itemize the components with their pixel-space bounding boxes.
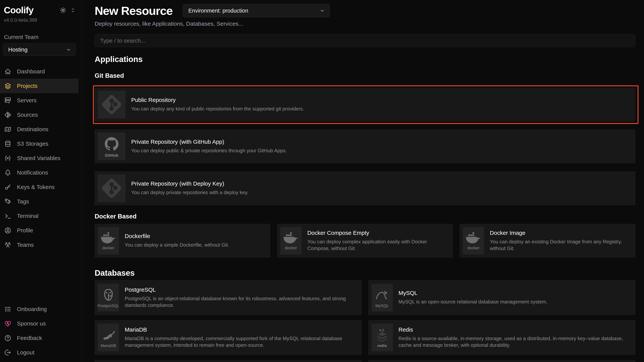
- card-title: PostgreSQL: [125, 287, 354, 293]
- card-description: Redis is a source-available, in-memory s…: [398, 335, 628, 349]
- card-public-repository[interactable]: Public Repository You can deploy any kin…: [95, 88, 635, 121]
- sidebar-item-tags[interactable]: Tags: [0, 194, 78, 209]
- partial-card[interactable]: [368, 360, 636, 362]
- sidebar-item-dashboard[interactable]: Dashboard: [0, 64, 78, 79]
- bell-icon: [4, 169, 12, 177]
- card-description: MySQL is an open-source relational datab…: [398, 299, 548, 305]
- sidebar-item-feedback[interactable]: Feedback: [0, 331, 78, 345]
- card-title: Docker Compose Empty: [307, 230, 445, 236]
- git-card-list: Public Repository You can deploy any kin…: [95, 88, 635, 205]
- mysql-wordmark: MySQL: [375, 303, 389, 308]
- card-private-repository-deploy-key[interactable]: Private Repository (with Deploy Key) You…: [95, 172, 635, 205]
- coolify-app: Coolify v4.0.0-beta.399 Current Team Hos…: [0, 0, 644, 362]
- docker-logo: docker: [280, 227, 302, 255]
- sidebar-item-sources[interactable]: Sources: [0, 108, 78, 122]
- server-icon: [4, 97, 12, 104]
- mysql-logo: MySQL: [372, 284, 393, 311]
- main-content: New Resource Environment: production Dep…: [82, 0, 644, 362]
- card-docker-compose-empty[interactable]: docker Docker Compose Empty You can depl…: [277, 224, 453, 257]
- applications-heading: Applications: [95, 55, 635, 64]
- git-logo: [98, 174, 126, 202]
- sidebar-item-terminal[interactable]: Terminal: [0, 209, 78, 223]
- mariadb-wordmark: MariaDB: [100, 343, 116, 348]
- github-wordmark: GitHub: [105, 153, 118, 158]
- page-subtitle: Deploy resources, like Applications, Dat…: [95, 20, 635, 27]
- environment-select-value: Environment: production: [188, 7, 248, 14]
- card-title: Redis: [398, 327, 628, 333]
- environment-select[interactable]: Environment: production: [183, 4, 330, 17]
- theme-toggle-sun-icon[interactable]: [60, 7, 67, 14]
- heart-handshake-icon: [4, 320, 12, 327]
- database-card-grid: PostgreSQL PostgreSQL PostgreSQL is an o…: [95, 280, 635, 355]
- sidebar-item-projects[interactable]: Projects: [0, 79, 78, 93]
- app-version: v4.0.0-beta.399: [0, 15, 82, 23]
- team-select[interactable]: Hosting: [3, 43, 76, 56]
- redis-wordmark: redis: [377, 343, 387, 348]
- sidebar-item-shared-variables[interactable]: Shared Variables: [0, 151, 78, 166]
- logo-row: Coolify: [0, 5, 82, 15]
- sidebar-item-logout[interactable]: Logout: [0, 345, 78, 360]
- card-mysql[interactable]: MySQL MySQL MySQL is an open-source rela…: [368, 280, 636, 315]
- docker-logo: docker: [98, 227, 119, 255]
- card-dockerfile[interactable]: docker Dockerfile You can deploy a simpl…: [95, 224, 270, 257]
- card-redis[interactable]: redis Redis Redis is a source-available,…: [368, 320, 636, 355]
- next-row-partial: [95, 360, 635, 362]
- databases-heading: Databases: [95, 268, 635, 278]
- card-description: MariaDB is a community-developed, commer…: [125, 335, 354, 349]
- card-title: Dockerfile: [125, 233, 229, 239]
- sidebar-footer: Onboarding Sponsor us Feedback Logout: [0, 302, 82, 360]
- git-branch-icon: [4, 111, 12, 119]
- search-input[interactable]: [95, 34, 635, 47]
- card-title: MySQL: [398, 290, 548, 296]
- chevron-down-icon: [66, 47, 72, 52]
- card-description: You can deploy any kind of public reposi…: [131, 106, 304, 112]
- sidebar-item-keys-tokens[interactable]: Keys & Tokens: [0, 180, 78, 194]
- git-based-heading: Git Based: [95, 72, 635, 79]
- postgresql-logo: PostgreSQL: [98, 284, 119, 311]
- partial-card[interactable]: [95, 360, 362, 362]
- key-icon: [4, 183, 12, 191]
- card-postgresql[interactable]: PostgreSQL PostgreSQL PostgreSQL is an o…: [95, 280, 362, 315]
- card-description: You can deploy an existing Docker Image …: [490, 238, 628, 252]
- docker-logo: docker: [463, 227, 484, 255]
- redis-logo: redis: [372, 324, 393, 351]
- map-icon: [4, 126, 12, 133]
- card-title: Private Repository (with Deploy Key): [131, 181, 248, 187]
- users-icon: [4, 241, 12, 249]
- help-circle-icon: [4, 334, 12, 342]
- card-title: Private Repository (with GitHub App): [131, 139, 287, 145]
- sidebar-item-sponsor-us[interactable]: Sponsor us: [0, 316, 78, 331]
- card-description: You can deploy a simple Dockerfile, with…: [125, 242, 229, 248]
- sidebar-item-notifications[interactable]: Notifications: [0, 166, 78, 180]
- logout-icon: [4, 349, 12, 356]
- collapse-chevrons-icon[interactable]: [70, 7, 76, 13]
- sidebar-item-s3-storages[interactable]: S3 Storages: [0, 137, 78, 151]
- docker-wordmark: docker: [468, 246, 480, 250]
- card-title: Docker Image: [490, 230, 628, 236]
- layers-icon: [4, 82, 12, 90]
- sidebar-item-destinations[interactable]: Destinations: [0, 122, 78, 137]
- docker-wordmark: docker: [285, 246, 297, 250]
- sidebar-item-servers[interactable]: Servers: [0, 93, 78, 108]
- page-title: New Resource: [95, 4, 172, 17]
- user-circle-icon: [4, 227, 12, 234]
- tags-icon: [4, 198, 12, 205]
- card-private-repository-github-app[interactable]: GitHub Private Repository (with GitHub A…: [95, 130, 635, 163]
- card-mariadb[interactable]: MariaDB MariaDB MariaDB is a community-d…: [95, 320, 362, 355]
- card-description: You can deploy private repositories with…: [131, 189, 248, 196]
- card-docker-image[interactable]: docker Docker Image You can deploy an ex…: [460, 224, 635, 257]
- docker-based-heading: Docker Based: [95, 212, 635, 220]
- docker-wordmark: docker: [102, 246, 114, 250]
- postgresql-wordmark: PostgreSQL: [98, 303, 119, 308]
- checklist-icon: [4, 305, 12, 313]
- card-title: MariaDB: [125, 327, 354, 333]
- sidebar: Coolify v4.0.0-beta.399 Current Team Hos…: [0, 0, 82, 362]
- github-logo: GitHub: [98, 133, 126, 160]
- chevron-down-icon: [319, 8, 325, 13]
- sidebar-item-profile[interactable]: Profile: [0, 223, 78, 238]
- sidebar-item-teams[interactable]: Teams: [0, 238, 78, 252]
- card-title: Public Repository: [131, 97, 304, 103]
- team-select-value: Hosting: [8, 46, 28, 53]
- git-logo: [98, 91, 126, 118]
- sidebar-item-onboarding[interactable]: Onboarding: [0, 302, 78, 316]
